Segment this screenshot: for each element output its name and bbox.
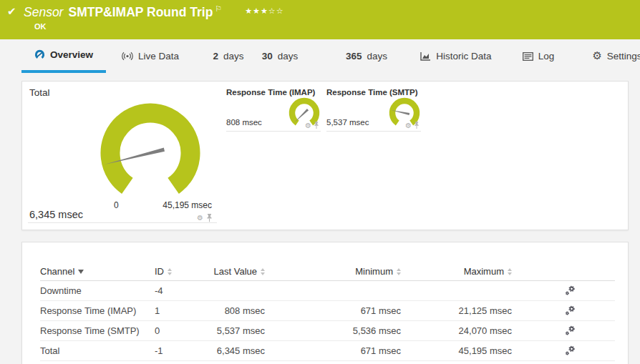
flag-icon: ⚐ <box>215 4 222 14</box>
gauge-scale-max: 45,195 msec <box>137 200 212 210</box>
sensor-header: ✔ Sensor SMTP&IMAP Round Trip ⚐ ★★★☆☆ OK <box>0 0 640 39</box>
cell-last-value: 5,537 msec <box>198 325 265 336</box>
channel-settings-gears-icon[interactable] <box>565 305 576 316</box>
status-check-icon: ✔ <box>7 5 16 18</box>
column-header-channel[interactable]: Channel <box>40 266 155 277</box>
gauge-value-total: 6,345 msec <box>29 209 83 220</box>
tab-number: 30 <box>262 51 273 62</box>
smtp-gauge-actions: ⚙ <box>405 122 420 129</box>
cell-minimum: 671 msec <box>265 305 401 316</box>
column-header-last-value[interactable]: Last Value <box>198 266 265 277</box>
gauges-panel: Total 0 45,195 msec 6,345 msec ⚙ Respons… <box>21 81 629 230</box>
pin-icon[interactable] <box>206 214 213 222</box>
tab-overview[interactable]: Overview <box>21 39 106 73</box>
total-gauge-actions: ⚙ <box>197 214 213 222</box>
cell-channel: Downtime <box>40 285 155 296</box>
sort-desc-icon <box>78 270 84 274</box>
table-row: Downtime -4 <box>40 281 615 301</box>
cell-minimum: 5,536 msec <box>265 325 401 336</box>
tab-number: 2 <box>213 51 218 62</box>
cell-id: 0 <box>155 325 198 336</box>
log-list-icon <box>523 52 533 61</box>
sensor-kind-label: Sensor <box>24 5 63 20</box>
tab-label: Log <box>538 51 555 62</box>
gauge-value-imap: 808 msec <box>226 118 262 127</box>
imap-gauge-actions: ⚙ <box>305 122 319 129</box>
pin-icon[interactable] <box>414 122 420 129</box>
cell-id: -1 <box>155 345 198 356</box>
sort-icon <box>508 268 512 275</box>
tab-label: Settings <box>607 51 640 62</box>
sensor-title: Sensor SMTP&IMAP Round Trip ⚐ ★★★☆☆ <box>24 5 284 20</box>
gauge-value-smtp: 5,537 msec <box>326 118 369 127</box>
cell-minimum: 671 msec <box>265 345 401 356</box>
table-row: Response Time (IMAP) 1 808 msec 671 msec… <box>40 301 615 321</box>
channel-settings-gears-icon[interactable] <box>565 345 576 356</box>
prtg-sensor-page: { "header": { "kind_label": "Sensor", "s… <box>0 0 640 364</box>
channels-table-panel: Channel ID Last Value Minimum Maximum Do… <box>21 242 629 364</box>
table-row: Total -1 6,345 msec 671 msec 45,195 msec <box>40 341 615 361</box>
column-label: Channel <box>40 266 74 277</box>
cell-channel: Response Time (SMTP) <box>40 325 155 336</box>
gauge-title-total: Total <box>29 87 50 98</box>
divider <box>28 222 217 223</box>
column-label: Maximum <box>464 266 504 277</box>
gauge-needle <box>294 109 309 122</box>
status-badge: OK <box>34 22 47 31</box>
tab-365-days[interactable]: 365 days <box>335 39 398 73</box>
column-label: ID <box>155 266 164 277</box>
cell-channel: Total <box>40 345 155 356</box>
tab-2-days[interactable]: 2 days <box>203 39 253 73</box>
cell-channel: Response Time (IMAP) <box>40 305 155 316</box>
column-label: Last Value <box>214 266 257 277</box>
tab-historic-data[interactable]: Historic Data <box>414 39 498 73</box>
tab-label: Historic Data <box>436 51 491 62</box>
table-header-row: Channel ID Last Value Minimum Maximum <box>40 262 615 281</box>
channel-settings-gears-icon[interactable] <box>565 325 576 336</box>
gear-icon: ⚙ <box>592 51 601 62</box>
tab-label: Live Data <box>138 51 179 62</box>
gauge-scale-min: 0 <box>114 200 119 210</box>
cell-maximum: 45,195 msec <box>401 345 512 356</box>
gauge-icon <box>34 49 45 60</box>
cell-maximum: 21,125 msec <box>401 305 512 316</box>
cell-id: 1 <box>155 305 198 316</box>
tab-label: Overview <box>50 49 93 60</box>
tab-30-days[interactable]: 30 days <box>252 39 308 73</box>
channel-settings-gears-icon[interactable] <box>565 285 576 296</box>
cell-last-value: 808 msec <box>198 305 265 316</box>
gauge-gear-icon[interactable]: ⚙ <box>197 215 203 222</box>
gauge-cell-smtp: Response Time (SMTP) 5,537 msec ⚙ <box>326 84 421 132</box>
cell-id: -4 <box>155 285 198 296</box>
tab-live-data[interactable]: Live Data <box>113 39 188 73</box>
tab-label: days <box>367 51 388 62</box>
broadcast-icon <box>122 51 133 61</box>
gauge-gear-icon[interactable]: ⚙ <box>405 122 412 129</box>
column-header-maximum[interactable]: Maximum <box>401 266 512 277</box>
column-header-minimum[interactable]: Minimum <box>265 266 401 277</box>
gauge-cell-imap: Response Time (IMAP) 808 msec ⚙ <box>226 84 321 132</box>
pin-icon[interactable] <box>314 122 319 129</box>
column-header-id[interactable]: ID <box>155 266 198 277</box>
gauge-gear-icon[interactable]: ⚙ <box>305 122 311 129</box>
tab-label: days <box>278 51 299 62</box>
tab-label: days <box>223 51 244 62</box>
tab-number: 365 <box>346 51 362 62</box>
priority-stars[interactable]: ★★★☆☆ <box>245 6 283 16</box>
tab-bar: Overview Live Data 2 days 30 days 365 da… <box>0 39 640 74</box>
tab-settings[interactable]: ⚙ Settings <box>586 39 640 73</box>
cell-last-value: 6,345 msec <box>198 345 265 356</box>
column-label: Minimum <box>355 266 393 277</box>
table-row: Response Time (SMTP) 0 5,537 msec 5,536 … <box>40 321 615 341</box>
cell-maximum: 24,070 msec <box>401 325 512 336</box>
tab-log[interactable]: Log <box>515 39 561 73</box>
area-chart-icon <box>420 51 431 61</box>
total-gauge <box>94 97 206 212</box>
sort-icon <box>168 268 172 275</box>
sensor-name: SMTP&IMAP Round Trip <box>68 5 213 20</box>
